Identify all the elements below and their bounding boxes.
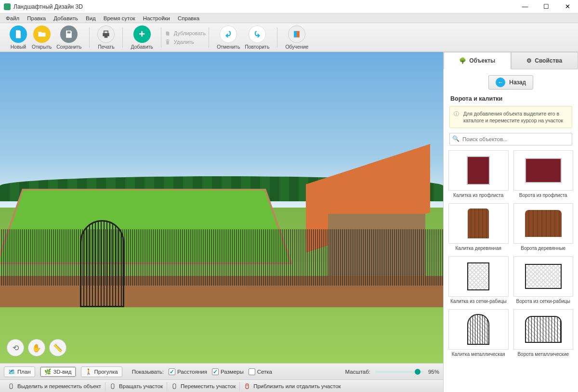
svg-rect-3: [246, 383, 249, 389]
menu-edit[interactable]: Правка: [23, 14, 50, 22]
zoom-action[interactable]: Приблизить или отдалить участок: [240, 382, 344, 391]
content-area: ⟲ ✋ 📏 🗺️ План 🌿 3D-вид 🚶 Прогулка Показы…: [0, 52, 578, 392]
catalog-item-3[interactable]: Ворота деревянные: [513, 203, 574, 251]
mouse-icon: [171, 383, 178, 390]
help-button[interactable]: Обучение: [285, 26, 308, 50]
catalog-caption: Ворота из профлиста: [513, 193, 574, 198]
save-icon: [64, 29, 74, 39]
undo-icon: [223, 29, 234, 39]
arrow-left-icon: ←: [496, 78, 505, 87]
toolbar: Новый Открыть Сохранить Печать + Добавит…: [0, 23, 578, 52]
scene-gate: [80, 220, 124, 307]
tab-properties[interactable]: ⚙ Свойства: [511, 52, 578, 69]
zoom-slider[interactable]: [375, 371, 423, 373]
catalog-item-4[interactable]: Калитка из сетки-рабицы: [448, 256, 509, 304]
folder-icon: [37, 29, 47, 39]
walk-icon: 🚶: [85, 368, 92, 375]
catalog-thumb: [513, 203, 574, 244]
catalog-item-6[interactable]: Калитка металлическая: [448, 309, 509, 357]
catalog[interactable]: Калитка из профлистаВорота из профлистаК…: [444, 150, 578, 392]
catalog-caption: Калитка деревянная: [448, 246, 509, 251]
plan-view-button[interactable]: 🗺️ План: [4, 366, 35, 377]
panel-tabs: 🌳 Объекты ⚙ Свойства: [444, 52, 578, 69]
app-icon: [4, 3, 11, 10]
menu-file[interactable]: Файл: [2, 14, 23, 22]
viewport-column: ⟲ ✋ 📏 🗺️ План 🌿 3D-вид 🚶 Прогулка Показы…: [0, 52, 443, 392]
sizes-checkbox[interactable]: Размеры: [212, 368, 244, 375]
printer-icon: [101, 29, 111, 39]
walk-view-button[interactable]: 🚶 Прогулка: [81, 366, 122, 377]
distances-checkbox[interactable]: Расстояния: [169, 368, 207, 375]
plus-icon: +: [139, 28, 145, 40]
map-icon: 🗺️: [8, 368, 15, 375]
catalog-thumb: [448, 256, 509, 297]
pan-tool[interactable]: ✋: [28, 339, 45, 356]
catalog-thumb: [448, 150, 509, 191]
trash-icon: [164, 39, 171, 45]
catalog-thumb: [448, 309, 509, 350]
search-input[interactable]: [449, 133, 572, 145]
zoom-value: 95%: [428, 369, 439, 375]
file-icon: [13, 29, 23, 39]
catalog-item-2[interactable]: Калитка деревянная: [448, 203, 509, 251]
menu-bar: Файл Правка Добавить Вид Время суток Нас…: [0, 13, 578, 23]
title-bar: Ландшафтный Дизайн 3D — ☐ ✕: [0, 0, 578, 13]
undo-button[interactable]: Отменить: [217, 26, 240, 50]
zoom-label: Масштаб:: [345, 369, 370, 375]
measure-tool[interactable]: 📏: [49, 339, 66, 356]
catalog-item-1[interactable]: Ворота из профлиста: [513, 150, 574, 198]
catalog-caption: Ворота из сетки-рабицы: [513, 299, 574, 304]
catalog-caption: Калитка из профлиста: [448, 193, 509, 198]
catalog-caption: Калитка из сетки-рабицы: [448, 299, 509, 304]
catalog-caption: Калитка металлическая: [448, 352, 509, 357]
section-title: Ворота и калитки: [444, 95, 578, 106]
catalog-thumb: [448, 203, 509, 244]
right-panel: 🌳 Объекты ⚙ Свойства ← Назад Ворота и ка…: [443, 52, 578, 392]
rotate-action[interactable]: Вращать участок: [105, 382, 167, 391]
action-bar: Выделить и переместить объект Вращать уч…: [0, 379, 443, 392]
delete-button[interactable]: Удалить: [164, 39, 206, 45]
grid-checkbox[interactable]: Сетка: [249, 368, 272, 375]
svg-rect-0: [10, 383, 13, 389]
hint-box: Для добавления объекта выделите его в ка…: [449, 106, 572, 128]
menu-add[interactable]: Добавить: [50, 14, 82, 22]
catalog-thumb: [513, 150, 574, 191]
menu-time[interactable]: Время суток: [100, 14, 139, 22]
svg-rect-1: [111, 383, 114, 389]
tab-objects[interactable]: 🌳 Объекты: [444, 52, 511, 69]
menu-settings[interactable]: Настройки: [139, 14, 174, 22]
add-button[interactable]: + Добавить: [131, 26, 153, 50]
orbit-tool[interactable]: ⟲: [7, 339, 24, 356]
3d-viewport[interactable]: ⟲ ✋ 📏: [0, 52, 443, 363]
redo-button[interactable]: Повторить: [245, 26, 269, 50]
close-button[interactable]: ✕: [557, 0, 578, 13]
book-icon: [292, 29, 302, 39]
menu-view[interactable]: Вид: [82, 14, 100, 22]
redo-icon: [252, 29, 263, 39]
catalog-item-0[interactable]: Калитка из профлиста: [448, 150, 509, 198]
3d-view-button[interactable]: 🌿 3D-вид: [40, 366, 76, 377]
minimize-button[interactable]: —: [514, 0, 536, 13]
window-controls: — ☐ ✕: [514, 0, 578, 13]
leaf-icon: 🌿: [44, 368, 51, 375]
mouse-scroll-icon: [244, 383, 250, 390]
show-label: Показывать:: [132, 369, 164, 375]
save-button[interactable]: Сохранить: [56, 26, 81, 50]
view-bar: 🗺️ План 🌿 3D-вид 🚶 Прогулка Показывать: …: [0, 363, 443, 379]
select-action[interactable]: Выделить и переместить объект: [4, 382, 105, 391]
catalog-thumb: [513, 309, 574, 350]
maximize-button[interactable]: ☐: [536, 0, 557, 13]
back-button[interactable]: ← Назад: [488, 75, 533, 90]
menu-help[interactable]: Справка: [174, 14, 203, 22]
gear-icon: ⚙: [526, 57, 532, 64]
move-action[interactable]: Переместить участок: [167, 382, 240, 391]
catalog-item-5[interactable]: Ворота из сетки-рабицы: [513, 256, 574, 304]
duplicate-button[interactable]: Дублировать: [164, 30, 206, 37]
new-button[interactable]: Новый: [10, 26, 27, 50]
catalog-item-7[interactable]: Ворота металлические: [513, 309, 574, 357]
tree-icon: 🌳: [459, 57, 466, 64]
mouse-icon: [8, 383, 14, 390]
catalog-thumb: [513, 256, 574, 297]
print-button[interactable]: Печать: [97, 26, 115, 50]
open-button[interactable]: Открыть: [32, 26, 52, 50]
